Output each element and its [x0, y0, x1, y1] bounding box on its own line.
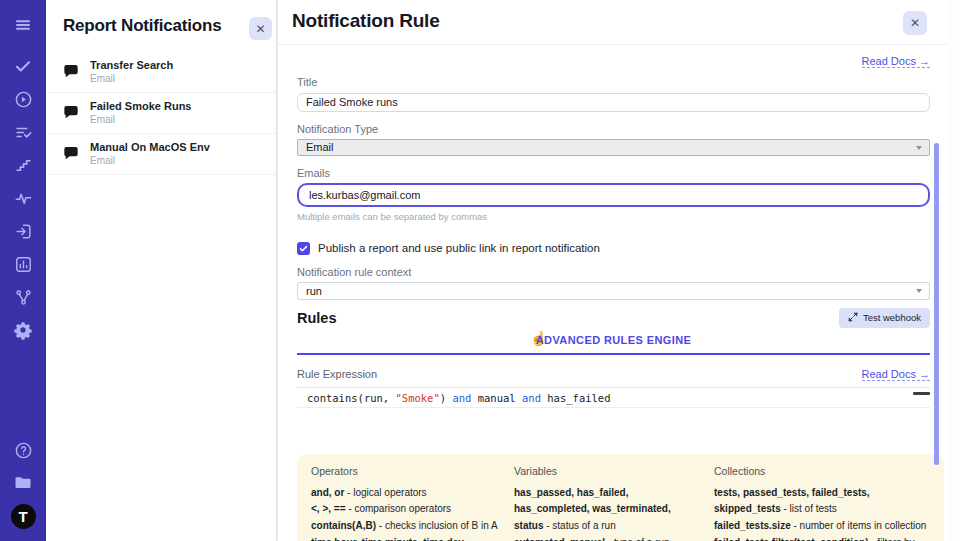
menu-icon[interactable] [12, 14, 34, 36]
help-entry: failed_tests.size - number of items in c… [714, 518, 932, 535]
logo[interactable]: T [11, 504, 36, 529]
list-check-icon[interactable] [12, 121, 34, 143]
sign-in-icon[interactable] [12, 220, 34, 242]
vertical-scrollbar[interactable] [934, 143, 939, 465]
help-entry: automated, manual - type of a run [514, 535, 700, 541]
code-line[interactable]: contains(run, "Smoke") and manual and ha… [297, 388, 930, 408]
help-entry: has_passed, has_failed, has_completed, w… [514, 485, 700, 535]
help-entry: time.hour, time.minute, time.day - datet… [311, 535, 500, 541]
context-label: Notification rule context [297, 266, 930, 278]
context-value: run [306, 285, 322, 297]
runs-play-icon[interactable] [12, 88, 34, 110]
emails-label: Emails [297, 167, 930, 179]
logo-letter: T [18, 508, 27, 525]
steps-icon[interactable] [12, 154, 34, 176]
list-item[interactable]: Manual On MacOS Env Email [46, 134, 276, 175]
help-entry: and, or - logical operators [311, 485, 500, 502]
list-item[interactable]: Transfer Search Email [46, 52, 276, 93]
rules-tab-bar: ☝ ADVANCED RULES ENGINE [297, 329, 930, 355]
library-icon[interactable] [12, 472, 34, 494]
notification-title: Transfer Search [90, 59, 266, 71]
emails-input[interactable] [297, 183, 930, 207]
chat-bubble-icon [63, 104, 79, 124]
notification-type-select[interactable]: Email [297, 139, 930, 156]
code-token: has_failed [541, 392, 611, 404]
editor-resize-handle[interactable] [913, 392, 930, 395]
help-column-variables: Variables has_passed, has_failed, has_co… [514, 465, 700, 541]
notifications-list: Transfer Search Email Failed Smoke Runs … [46, 52, 276, 175]
report-notifications-panel: Report Notifications ✕ Transfer Search E… [46, 0, 277, 541]
help-entry: <, >, == - comparison operators [311, 501, 500, 518]
publish-checkbox-row[interactable]: Publish a report and use public link in … [297, 242, 930, 255]
title-input[interactable] [297, 93, 930, 112]
notification-title: Failed Smoke Runs [90, 100, 266, 112]
code-token: contains(run, [307, 392, 396, 404]
help-column-collections: Collections tests, passed_tests, failed_… [714, 465, 932, 541]
close-button[interactable]: ✕ [903, 11, 927, 35]
test-webhook-label: Test webhook [863, 312, 921, 323]
page-title: Notification Rule [292, 10, 440, 32]
notification-type-label: Notification Type [297, 123, 930, 135]
sidebar-rail: T [0, 0, 46, 541]
help-column-title: Collections [714, 465, 932, 477]
pulse-icon[interactable] [12, 187, 34, 209]
notification-type: Email [90, 114, 266, 125]
checkbox-checked-icon[interactable] [297, 242, 310, 255]
notification-type-value: Email [306, 141, 334, 153]
help-column-title: Variables [514, 465, 700, 477]
expression-help-panel: Operators and, or - logical operators <,… [297, 454, 944, 541]
chevron-down-icon [916, 289, 922, 293]
emails-hint: Multiple emails can be separated by comm… [297, 211, 930, 222]
notification-type: Email [90, 155, 266, 166]
list-item[interactable]: Failed Smoke Runs Email [46, 93, 276, 134]
code-token: and [522, 392, 541, 404]
read-docs-link[interactable]: Read Docs → [862, 55, 930, 68]
test-webhook-icon [848, 312, 858, 324]
read-docs-link[interactable]: Read Docs → [862, 368, 930, 381]
code-token: "Smoke" [396, 392, 440, 404]
tests-check-icon[interactable] [12, 55, 34, 77]
branch-icon[interactable] [12, 286, 34, 308]
help-column-operators: Operators and, or - logical operators <,… [311, 465, 500, 541]
notification-title: Manual On MacOS Env [90, 141, 266, 153]
chat-bubble-icon [63, 145, 79, 165]
help-icon[interactable] [12, 439, 34, 461]
panel-close-button[interactable]: ✕ [249, 17, 272, 40]
settings-gear-icon[interactable] [12, 319, 34, 341]
rule-expression-editor[interactable]: contains(run, "Smoke") and manual and ha… [297, 387, 930, 454]
code-token: ) [440, 392, 453, 404]
title-label: Title [297, 76, 930, 88]
tab-advanced-rules-engine[interactable]: ADVANCED RULES ENGINE [297, 334, 930, 346]
notification-rule-panel: Notification Rule ✕ Read Docs → Title No… [277, 0, 947, 541]
chevron-down-icon [916, 146, 922, 150]
rules-heading: Rules [297, 310, 337, 326]
publish-checkbox-label: Publish a report and use public link in … [318, 242, 600, 254]
chat-bubble-icon [63, 63, 79, 83]
code-token: manual [471, 392, 522, 404]
help-entry: failed_tests.filter(test, condition) - f… [714, 535, 932, 541]
rule-expression-label: Rule Expression [297, 368, 377, 380]
help-column-title: Operators [311, 465, 500, 477]
context-select[interactable]: run [297, 282, 930, 300]
app-window: T Report Notifications ✕ Transfer Search… [0, 0, 960, 541]
panel-title: Report Notifications [63, 16, 246, 36]
code-token: and [452, 392, 471, 404]
test-webhook-button[interactable]: Test webhook [839, 308, 930, 328]
bar-chart-icon[interactable] [12, 253, 34, 275]
help-entry: tests, passed_tests, failed_tests, skipp… [714, 485, 932, 519]
notification-type: Email [90, 73, 266, 84]
help-entry: contains(A,B) - checks inclusion of B in… [311, 518, 500, 535]
